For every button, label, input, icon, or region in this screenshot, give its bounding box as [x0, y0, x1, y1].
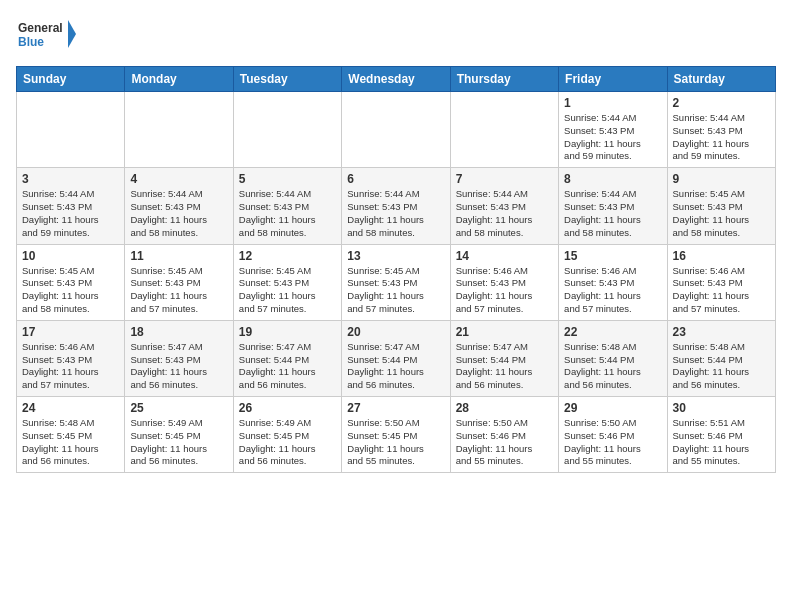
- day-number: 26: [239, 401, 336, 415]
- calendar-cell: 12Sunrise: 5:45 AM Sunset: 5:43 PM Dayli…: [233, 244, 341, 320]
- day-number: 18: [130, 325, 227, 339]
- day-info: Sunrise: 5:47 AM Sunset: 5:44 PM Dayligh…: [239, 341, 336, 392]
- calendar-week-2: 3Sunrise: 5:44 AM Sunset: 5:43 PM Daylig…: [17, 168, 776, 244]
- calendar-cell: 19Sunrise: 5:47 AM Sunset: 5:44 PM Dayli…: [233, 320, 341, 396]
- calendar-cell: 24Sunrise: 5:48 AM Sunset: 5:45 PM Dayli…: [17, 397, 125, 473]
- logo-svg: General Blue: [16, 16, 76, 56]
- calendar-cell: 9Sunrise: 5:45 AM Sunset: 5:43 PM Daylig…: [667, 168, 775, 244]
- day-number: 9: [673, 172, 770, 186]
- calendar-week-5: 24Sunrise: 5:48 AM Sunset: 5:45 PM Dayli…: [17, 397, 776, 473]
- day-info: Sunrise: 5:48 AM Sunset: 5:44 PM Dayligh…: [673, 341, 770, 392]
- day-info: Sunrise: 5:44 AM Sunset: 5:43 PM Dayligh…: [347, 188, 444, 239]
- day-info: Sunrise: 5:46 AM Sunset: 5:43 PM Dayligh…: [22, 341, 119, 392]
- day-info: Sunrise: 5:44 AM Sunset: 5:43 PM Dayligh…: [239, 188, 336, 239]
- calendar-cell: 27Sunrise: 5:50 AM Sunset: 5:45 PM Dayli…: [342, 397, 450, 473]
- day-number: 27: [347, 401, 444, 415]
- day-number: 20: [347, 325, 444, 339]
- day-number: 13: [347, 249, 444, 263]
- day-number: 5: [239, 172, 336, 186]
- day-number: 17: [22, 325, 119, 339]
- calendar-cell: 21Sunrise: 5:47 AM Sunset: 5:44 PM Dayli…: [450, 320, 558, 396]
- day-info: Sunrise: 5:44 AM Sunset: 5:43 PM Dayligh…: [456, 188, 553, 239]
- calendar-cell: 8Sunrise: 5:44 AM Sunset: 5:43 PM Daylig…: [559, 168, 667, 244]
- day-info: Sunrise: 5:48 AM Sunset: 5:44 PM Dayligh…: [564, 341, 661, 392]
- weekday-header-sunday: Sunday: [17, 67, 125, 92]
- day-info: Sunrise: 5:45 AM Sunset: 5:43 PM Dayligh…: [22, 265, 119, 316]
- day-info: Sunrise: 5:44 AM Sunset: 5:43 PM Dayligh…: [564, 188, 661, 239]
- day-number: 10: [22, 249, 119, 263]
- calendar-cell: 1Sunrise: 5:44 AM Sunset: 5:43 PM Daylig…: [559, 92, 667, 168]
- calendar-cell: [450, 92, 558, 168]
- calendar-cell: 5Sunrise: 5:44 AM Sunset: 5:43 PM Daylig…: [233, 168, 341, 244]
- day-info: Sunrise: 5:46 AM Sunset: 5:43 PM Dayligh…: [456, 265, 553, 316]
- calendar-cell: 7Sunrise: 5:44 AM Sunset: 5:43 PM Daylig…: [450, 168, 558, 244]
- calendar-cell: 15Sunrise: 5:46 AM Sunset: 5:43 PM Dayli…: [559, 244, 667, 320]
- day-number: 4: [130, 172, 227, 186]
- calendar-cell: 18Sunrise: 5:47 AM Sunset: 5:43 PM Dayli…: [125, 320, 233, 396]
- svg-text:General: General: [18, 21, 63, 35]
- day-number: 25: [130, 401, 227, 415]
- day-number: 21: [456, 325, 553, 339]
- calendar-week-4: 17Sunrise: 5:46 AM Sunset: 5:43 PM Dayli…: [17, 320, 776, 396]
- weekday-header-wednesday: Wednesday: [342, 67, 450, 92]
- calendar-table: SundayMondayTuesdayWednesdayThursdayFrid…: [16, 66, 776, 473]
- day-info: Sunrise: 5:46 AM Sunset: 5:43 PM Dayligh…: [673, 265, 770, 316]
- day-info: Sunrise: 5:45 AM Sunset: 5:43 PM Dayligh…: [673, 188, 770, 239]
- calendar-cell: 13Sunrise: 5:45 AM Sunset: 5:43 PM Dayli…: [342, 244, 450, 320]
- calendar-cell: 2Sunrise: 5:44 AM Sunset: 5:43 PM Daylig…: [667, 92, 775, 168]
- calendar-cell: [125, 92, 233, 168]
- day-info: Sunrise: 5:51 AM Sunset: 5:46 PM Dayligh…: [673, 417, 770, 468]
- day-number: 1: [564, 96, 661, 110]
- day-info: Sunrise: 5:50 AM Sunset: 5:45 PM Dayligh…: [347, 417, 444, 468]
- day-info: Sunrise: 5:45 AM Sunset: 5:43 PM Dayligh…: [347, 265, 444, 316]
- day-number: 16: [673, 249, 770, 263]
- day-number: 28: [456, 401, 553, 415]
- calendar-cell: 3Sunrise: 5:44 AM Sunset: 5:43 PM Daylig…: [17, 168, 125, 244]
- calendar-cell: 29Sunrise: 5:50 AM Sunset: 5:46 PM Dayli…: [559, 397, 667, 473]
- weekday-header-row: SundayMondayTuesdayWednesdayThursdayFrid…: [17, 67, 776, 92]
- day-number: 29: [564, 401, 661, 415]
- logo: General Blue: [16, 16, 76, 56]
- weekday-header-thursday: Thursday: [450, 67, 558, 92]
- day-info: Sunrise: 5:49 AM Sunset: 5:45 PM Dayligh…: [239, 417, 336, 468]
- day-info: Sunrise: 5:47 AM Sunset: 5:44 PM Dayligh…: [456, 341, 553, 392]
- day-number: 14: [456, 249, 553, 263]
- day-info: Sunrise: 5:44 AM Sunset: 5:43 PM Dayligh…: [130, 188, 227, 239]
- day-number: 22: [564, 325, 661, 339]
- day-number: 11: [130, 249, 227, 263]
- weekday-header-tuesday: Tuesday: [233, 67, 341, 92]
- calendar-cell: 10Sunrise: 5:45 AM Sunset: 5:43 PM Dayli…: [17, 244, 125, 320]
- calendar-cell: 30Sunrise: 5:51 AM Sunset: 5:46 PM Dayli…: [667, 397, 775, 473]
- day-info: Sunrise: 5:48 AM Sunset: 5:45 PM Dayligh…: [22, 417, 119, 468]
- day-number: 23: [673, 325, 770, 339]
- day-number: 2: [673, 96, 770, 110]
- day-info: Sunrise: 5:44 AM Sunset: 5:43 PM Dayligh…: [564, 112, 661, 163]
- day-info: Sunrise: 5:50 AM Sunset: 5:46 PM Dayligh…: [456, 417, 553, 468]
- day-info: Sunrise: 5:46 AM Sunset: 5:43 PM Dayligh…: [564, 265, 661, 316]
- calendar-cell: 20Sunrise: 5:47 AM Sunset: 5:44 PM Dayli…: [342, 320, 450, 396]
- calendar-cell: [233, 92, 341, 168]
- calendar-cell: 23Sunrise: 5:48 AM Sunset: 5:44 PM Dayli…: [667, 320, 775, 396]
- day-info: Sunrise: 5:45 AM Sunset: 5:43 PM Dayligh…: [239, 265, 336, 316]
- day-number: 6: [347, 172, 444, 186]
- calendar-week-1: 1Sunrise: 5:44 AM Sunset: 5:43 PM Daylig…: [17, 92, 776, 168]
- day-info: Sunrise: 5:47 AM Sunset: 5:43 PM Dayligh…: [130, 341, 227, 392]
- day-info: Sunrise: 5:44 AM Sunset: 5:43 PM Dayligh…: [673, 112, 770, 163]
- day-info: Sunrise: 5:50 AM Sunset: 5:46 PM Dayligh…: [564, 417, 661, 468]
- day-number: 24: [22, 401, 119, 415]
- calendar-cell: [342, 92, 450, 168]
- weekday-header-friday: Friday: [559, 67, 667, 92]
- calendar-cell: 4Sunrise: 5:44 AM Sunset: 5:43 PM Daylig…: [125, 168, 233, 244]
- calendar-cell: 22Sunrise: 5:48 AM Sunset: 5:44 PM Dayli…: [559, 320, 667, 396]
- calendar-cell: 26Sunrise: 5:49 AM Sunset: 5:45 PM Dayli…: [233, 397, 341, 473]
- day-info: Sunrise: 5:49 AM Sunset: 5:45 PM Dayligh…: [130, 417, 227, 468]
- calendar-cell: 16Sunrise: 5:46 AM Sunset: 5:43 PM Dayli…: [667, 244, 775, 320]
- day-number: 8: [564, 172, 661, 186]
- day-number: 19: [239, 325, 336, 339]
- calendar-cell: 28Sunrise: 5:50 AM Sunset: 5:46 PM Dayli…: [450, 397, 558, 473]
- day-number: 15: [564, 249, 661, 263]
- day-info: Sunrise: 5:44 AM Sunset: 5:43 PM Dayligh…: [22, 188, 119, 239]
- weekday-header-saturday: Saturday: [667, 67, 775, 92]
- calendar-cell: [17, 92, 125, 168]
- calendar-cell: 11Sunrise: 5:45 AM Sunset: 5:43 PM Dayli…: [125, 244, 233, 320]
